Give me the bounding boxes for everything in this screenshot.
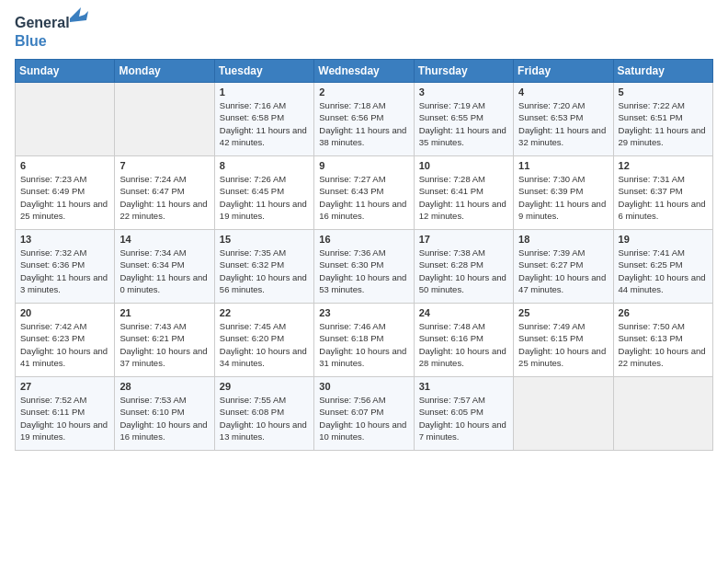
calendar-cell: 2Sunrise: 7:18 AM Sunset: 6:56 PM Daylig… (314, 83, 414, 156)
calendar-cell: 15Sunrise: 7:35 AM Sunset: 6:32 PM Dayli… (214, 230, 313, 304)
calendar-week-2: 6Sunrise: 7:23 AM Sunset: 6:49 PM Daylig… (16, 156, 713, 230)
calendar-cell: 14Sunrise: 7:34 AM Sunset: 6:34 PM Dayli… (115, 230, 214, 304)
day-number: 6 (20, 160, 109, 171)
calendar-table: SundayMondayTuesdayWednesdayThursdayFrid… (15, 59, 713, 451)
calendar-cell: 27Sunrise: 7:52 AM Sunset: 6:11 PM Dayli… (16, 377, 115, 451)
day-info: Sunrise: 7:41 AM Sunset: 6:25 PM Dayligh… (619, 247, 708, 295)
day-number: 28 (119, 381, 209, 392)
logo: General Blue (15, 15, 70, 50)
day-number: 10 (419, 160, 508, 171)
day-number: 13 (20, 234, 109, 245)
day-info: Sunrise: 7:52 AM Sunset: 6:11 PM Dayligh… (20, 394, 109, 442)
day-header-saturday: Saturday (613, 60, 712, 83)
calendar-cell (16, 83, 115, 156)
day-number: 14 (119, 234, 209, 245)
day-info: Sunrise: 7:39 AM Sunset: 6:27 PM Dayligh… (518, 247, 608, 295)
calendar-cell: 1Sunrise: 7:16 AM Sunset: 6:58 PM Daylig… (214, 83, 313, 156)
day-number: 16 (319, 234, 408, 245)
day-info: Sunrise: 7:50 AM Sunset: 6:13 PM Dayligh… (619, 320, 708, 369)
calendar-cell: 30Sunrise: 7:56 AM Sunset: 6:07 PM Dayli… (314, 377, 414, 451)
calendar-cell: 11Sunrise: 7:30 AM Sunset: 6:39 PM Dayli… (514, 156, 613, 230)
day-header-sunday: Sunday (16, 60, 115, 83)
calendar-cell: 31Sunrise: 7:57 AM Sunset: 6:05 PM Dayli… (414, 377, 513, 451)
day-number: 23 (319, 307, 408, 318)
day-header-wednesday: Wednesday (314, 60, 414, 83)
day-number: 21 (119, 307, 209, 318)
day-info: Sunrise: 7:23 AM Sunset: 6:49 PM Dayligh… (20, 173, 109, 222)
day-info: Sunrise: 7:20 AM Sunset: 6:53 PM Dayligh… (518, 99, 608, 148)
day-header-friday: Friday (514, 60, 613, 83)
day-number: 2 (319, 86, 408, 98)
calendar-cell: 16Sunrise: 7:36 AM Sunset: 6:30 PM Dayli… (314, 230, 414, 304)
day-header-thursday: Thursday (414, 60, 513, 83)
day-number: 29 (220, 381, 309, 392)
calendar-header: SundayMondayTuesdayWednesdayThursdayFrid… (16, 60, 713, 83)
calendar-cell: 6Sunrise: 7:23 AM Sunset: 6:49 PM Daylig… (16, 156, 115, 230)
day-info: Sunrise: 7:38 AM Sunset: 6:28 PM Dayligh… (419, 247, 508, 295)
day-number: 7 (119, 160, 209, 171)
day-info: Sunrise: 7:49 AM Sunset: 6:15 PM Dayligh… (518, 320, 608, 369)
day-number: 8 (220, 160, 309, 171)
day-info: Sunrise: 7:55 AM Sunset: 6:08 PM Dayligh… (220, 394, 309, 442)
day-header-monday: Monday (115, 60, 214, 83)
day-number: 24 (419, 307, 508, 318)
calendar-cell (115, 83, 214, 156)
day-number: 4 (518, 86, 608, 98)
calendar-cell: 23Sunrise: 7:46 AM Sunset: 6:18 PM Dayli… (314, 304, 414, 377)
calendar-cell: 12Sunrise: 7:31 AM Sunset: 6:37 PM Dayli… (613, 156, 712, 230)
day-number: 26 (619, 307, 708, 318)
day-number: 18 (518, 234, 608, 245)
day-number: 12 (619, 160, 708, 171)
day-number: 15 (220, 234, 309, 245)
calendar-cell: 28Sunrise: 7:53 AM Sunset: 6:10 PM Dayli… (115, 377, 214, 451)
calendar-cell: 29Sunrise: 7:55 AM Sunset: 6:08 PM Dayli… (214, 377, 313, 451)
day-info: Sunrise: 7:22 AM Sunset: 6:51 PM Dayligh… (619, 99, 708, 148)
day-info: Sunrise: 7:35 AM Sunset: 6:32 PM Dayligh… (220, 247, 309, 295)
calendar-cell: 25Sunrise: 7:49 AM Sunset: 6:15 PM Dayli… (514, 304, 613, 377)
day-info: Sunrise: 7:45 AM Sunset: 6:20 PM Dayligh… (220, 320, 309, 369)
calendar-week-4: 20Sunrise: 7:42 AM Sunset: 6:23 PM Dayli… (16, 304, 713, 377)
svg-marker-0 (70, 7, 88, 22)
day-number: 1 (220, 86, 309, 98)
day-number: 31 (419, 381, 508, 392)
day-info: Sunrise: 7:43 AM Sunset: 6:21 PM Dayligh… (119, 320, 209, 369)
calendar-cell: 13Sunrise: 7:32 AM Sunset: 6:36 PM Dayli… (16, 230, 115, 304)
calendar-cell: 8Sunrise: 7:26 AM Sunset: 6:45 PM Daylig… (214, 156, 313, 230)
day-number: 20 (20, 307, 109, 318)
calendar-cell (514, 377, 613, 451)
calendar-cell: 20Sunrise: 7:42 AM Sunset: 6:23 PM Dayli… (16, 304, 115, 377)
calendar-cell: 22Sunrise: 7:45 AM Sunset: 6:20 PM Dayli… (214, 304, 313, 377)
day-number: 17 (419, 234, 508, 245)
calendar-cell: 10Sunrise: 7:28 AM Sunset: 6:41 PM Dayli… (414, 156, 513, 230)
day-info: Sunrise: 7:16 AM Sunset: 6:58 PM Dayligh… (220, 99, 309, 148)
day-info: Sunrise: 7:18 AM Sunset: 6:56 PM Dayligh… (319, 99, 408, 148)
calendar-cell: 19Sunrise: 7:41 AM Sunset: 6:25 PM Dayli… (613, 230, 712, 304)
day-info: Sunrise: 7:26 AM Sunset: 6:45 PM Dayligh… (220, 173, 309, 222)
day-info: Sunrise: 7:28 AM Sunset: 6:41 PM Dayligh… (419, 173, 508, 222)
calendar-cell: 18Sunrise: 7:39 AM Sunset: 6:27 PM Dayli… (514, 230, 613, 304)
calendar-cell: 21Sunrise: 7:43 AM Sunset: 6:21 PM Dayli… (115, 304, 214, 377)
calendar-cell: 7Sunrise: 7:24 AM Sunset: 6:47 PM Daylig… (115, 156, 214, 230)
day-header-tuesday: Tuesday (214, 60, 313, 83)
calendar-cell: 24Sunrise: 7:48 AM Sunset: 6:16 PM Dayli… (414, 304, 513, 377)
day-number: 25 (518, 307, 608, 318)
calendar-cell: 5Sunrise: 7:22 AM Sunset: 6:51 PM Daylig… (613, 83, 712, 156)
day-number: 11 (518, 160, 608, 171)
calendar-week-1: 1Sunrise: 7:16 AM Sunset: 6:58 PM Daylig… (16, 83, 713, 156)
day-info: Sunrise: 7:46 AM Sunset: 6:18 PM Dayligh… (319, 320, 408, 369)
day-info: Sunrise: 7:56 AM Sunset: 6:07 PM Dayligh… (319, 394, 408, 442)
day-number: 3 (419, 86, 508, 98)
page-header: General Blue (15, 15, 713, 50)
day-number: 19 (619, 234, 708, 245)
day-number: 5 (619, 86, 708, 98)
day-info: Sunrise: 7:48 AM Sunset: 6:16 PM Dayligh… (419, 320, 508, 369)
day-info: Sunrise: 7:53 AM Sunset: 6:10 PM Dayligh… (119, 394, 209, 442)
day-info: Sunrise: 7:34 AM Sunset: 6:34 PM Dayligh… (119, 247, 209, 295)
calendar-cell: 26Sunrise: 7:50 AM Sunset: 6:13 PM Dayli… (613, 304, 712, 377)
calendar-cell: 3Sunrise: 7:19 AM Sunset: 6:55 PM Daylig… (414, 83, 513, 156)
calendar-week-5: 27Sunrise: 7:52 AM Sunset: 6:11 PM Dayli… (16, 377, 713, 451)
day-number: 22 (220, 307, 309, 318)
calendar-cell: 4Sunrise: 7:20 AM Sunset: 6:53 PM Daylig… (514, 83, 613, 156)
day-info: Sunrise: 7:32 AM Sunset: 6:36 PM Dayligh… (20, 247, 109, 295)
day-info: Sunrise: 7:31 AM Sunset: 6:37 PM Dayligh… (619, 173, 708, 222)
